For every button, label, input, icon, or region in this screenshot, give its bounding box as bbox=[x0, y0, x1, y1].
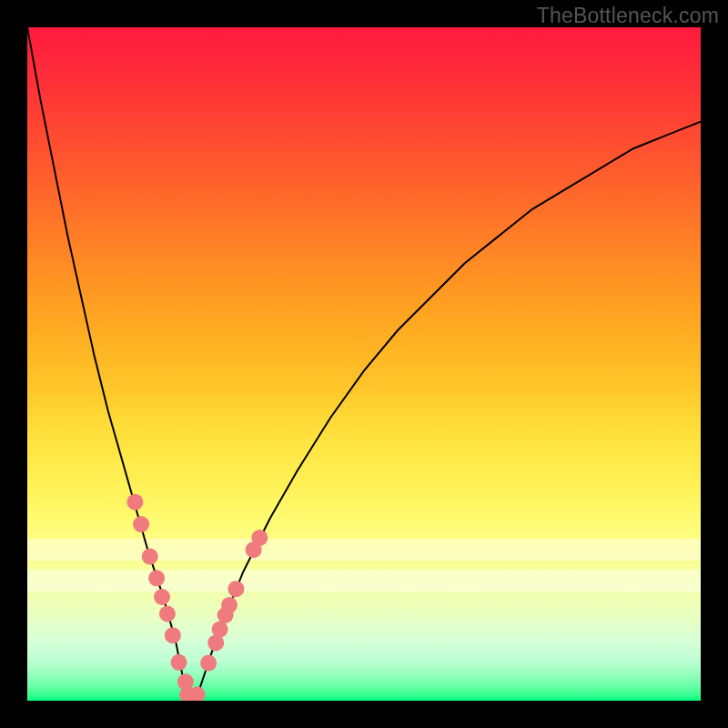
sample-dot bbox=[126, 494, 143, 511]
sample-dot bbox=[142, 549, 158, 565]
sample-dot bbox=[165, 627, 181, 643]
sample-dot bbox=[171, 654, 187, 671]
bottleneck-curve bbox=[27, 27, 701, 701]
sample-dot bbox=[148, 570, 165, 586]
sample-dots bbox=[126, 494, 268, 701]
sample-dot bbox=[133, 516, 149, 532]
sample-dot bbox=[212, 622, 228, 638]
overlay-svg bbox=[27, 27, 701, 701]
watermark: TheBottleneck.com bbox=[537, 4, 719, 28]
sample-dot bbox=[228, 581, 244, 597]
sample-dot bbox=[154, 589, 170, 605]
sample-dot bbox=[221, 597, 238, 613]
chart-root: TheBottleneck.com bbox=[0, 0, 728, 728]
sample-dot bbox=[159, 606, 176, 622]
sample-dot bbox=[200, 655, 217, 672]
sample-dot bbox=[251, 530, 268, 546]
